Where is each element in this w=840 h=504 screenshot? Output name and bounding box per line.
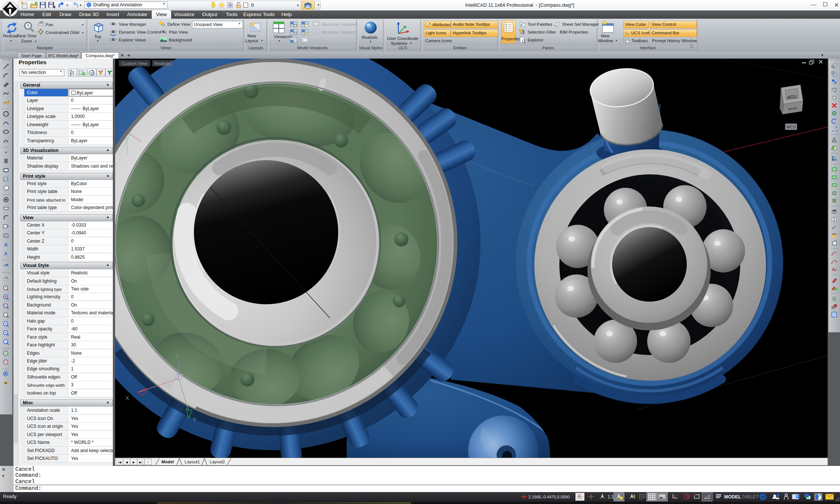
svg-text:Y: Y (193, 417, 197, 423)
svg-text:Layout2: Layout2 (210, 460, 225, 464)
svg-text:Z: Z (175, 354, 178, 360)
svg-text:|◀: |◀ (118, 460, 121, 464)
svg-text:▶|: ▶| (139, 460, 143, 464)
svg-text:A: A (832, 267, 835, 272)
svg-text:Model: Model (161, 460, 174, 464)
svg-text:A: A (4, 251, 7, 256)
svg-text:▶: ▶ (133, 460, 135, 464)
svg-text:X: X (126, 395, 129, 401)
svg-text:WCS: WCS (786, 125, 796, 129)
svg-text:◀: ◀ (126, 460, 128, 464)
svg-text:Realistic: Realistic (154, 61, 171, 66)
svg-text:Custom View: Custom View (122, 61, 147, 66)
svg-text:A: A (4, 242, 8, 248)
svg-text:+: + (147, 460, 149, 464)
svg-text:Layout1: Layout1 (185, 460, 200, 464)
